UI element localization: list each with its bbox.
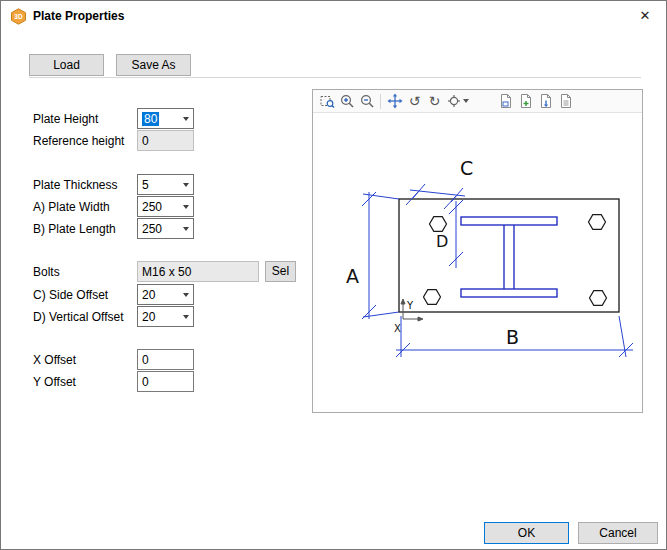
print-view-icon[interactable] xyxy=(556,92,575,111)
plate-width-label: A) Plate Width xyxy=(33,200,110,214)
reference-height-label: Reference height xyxy=(33,134,124,148)
plate-length-combo[interactable]: 250 xyxy=(137,218,194,239)
ibeam-section xyxy=(461,217,557,297)
zoom-window-icon[interactable] xyxy=(317,92,336,111)
vertical-offset-combo[interactable]: 20 xyxy=(137,306,194,327)
svg-text:D: D xyxy=(436,232,448,251)
y-offset-field[interactable] xyxy=(137,371,194,392)
load-button[interactable]: Load xyxy=(29,54,104,76)
svg-text:Y: Y xyxy=(406,300,414,311)
zoom-in-icon[interactable] xyxy=(337,92,356,111)
y-offset-label: Y Offset xyxy=(33,375,76,389)
plate-height-combo[interactable]: 80 xyxy=(137,108,194,129)
close-icon[interactable]: ✕ xyxy=(624,1,666,31)
svg-text:X: X xyxy=(394,323,401,334)
plate-thickness-label: Plate Thickness xyxy=(33,178,118,192)
toolbar-separator xyxy=(380,94,381,109)
save-as-button[interactable]: Save As xyxy=(116,54,191,76)
x-offset-field[interactable] xyxy=(137,349,194,370)
app-icon: 3D xyxy=(10,8,27,25)
svg-text:B: B xyxy=(506,326,519,348)
preview-toolbar: ↺ ↻ xyxy=(313,90,642,113)
chevron-down-icon xyxy=(183,117,189,121)
bolt-icons xyxy=(424,215,607,306)
chevron-down-icon xyxy=(183,315,189,319)
vertical-offset-label: D) Vertical Offset xyxy=(33,310,123,324)
rotate-ccw-icon[interactable]: ↺ xyxy=(405,92,424,111)
chevron-down-icon xyxy=(463,99,469,103)
copy-view-icon[interactable] xyxy=(496,92,515,111)
plate-thickness-combo[interactable]: 5 xyxy=(137,174,194,195)
plate-length-label: B) Plate Length xyxy=(33,222,116,236)
origin-view-dropdown[interactable] xyxy=(445,92,471,111)
chevron-down-icon xyxy=(183,205,189,209)
bolts-field xyxy=(137,261,259,282)
chevron-down-icon xyxy=(183,183,189,187)
ok-button[interactable]: OK xyxy=(484,522,569,544)
zoom-out-icon[interactable] xyxy=(357,92,376,111)
svg-text:A: A xyxy=(346,265,359,287)
chevron-down-icon xyxy=(183,293,189,297)
titlebar: 3D Plate Properties ✕ xyxy=(1,1,666,32)
svg-text:C: C xyxy=(460,157,473,179)
pan-icon[interactable] xyxy=(385,92,404,111)
svg-text:3D: 3D xyxy=(14,13,23,20)
side-offset-label: C) Side Offset xyxy=(33,288,108,302)
separator xyxy=(29,77,641,79)
plate-properties-dialog: 3D Plate Properties ✕ Load Save As Plate… xyxy=(0,0,667,550)
dimension-d xyxy=(449,200,463,268)
dimension-a xyxy=(362,192,399,319)
plate-drawing[interactable]: A B C xyxy=(313,113,642,413)
add-view-icon[interactable] xyxy=(516,92,535,111)
export-view-icon[interactable] xyxy=(536,92,555,111)
plate-width-combo[interactable]: 250 xyxy=(137,196,194,217)
bolts-label: Bolts xyxy=(33,265,60,279)
bolts-select-button[interactable]: Sel xyxy=(265,261,296,282)
origin-icon xyxy=(447,94,461,108)
cancel-button[interactable]: Cancel xyxy=(578,522,658,544)
preview-panel: ↺ ↻ xyxy=(312,89,643,413)
chevron-down-icon xyxy=(183,227,189,231)
rotate-cw-icon[interactable]: ↻ xyxy=(425,92,444,111)
window-title: Plate Properties xyxy=(33,1,124,32)
plate-height-label: Plate Height xyxy=(33,112,98,126)
x-offset-label: X Offset xyxy=(33,353,76,367)
reference-height-field xyxy=(137,130,194,151)
side-offset-combo[interactable]: 20 xyxy=(137,284,194,305)
